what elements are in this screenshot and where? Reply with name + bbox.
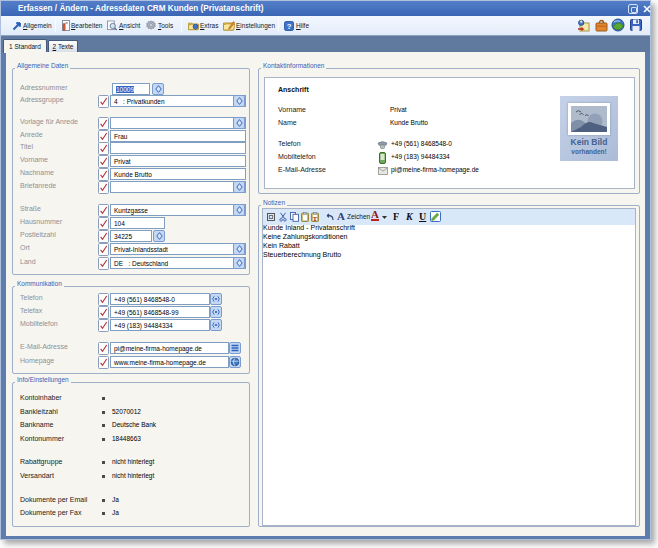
svg-text:T: T xyxy=(313,215,318,222)
svg-text:?: ? xyxy=(287,22,292,31)
